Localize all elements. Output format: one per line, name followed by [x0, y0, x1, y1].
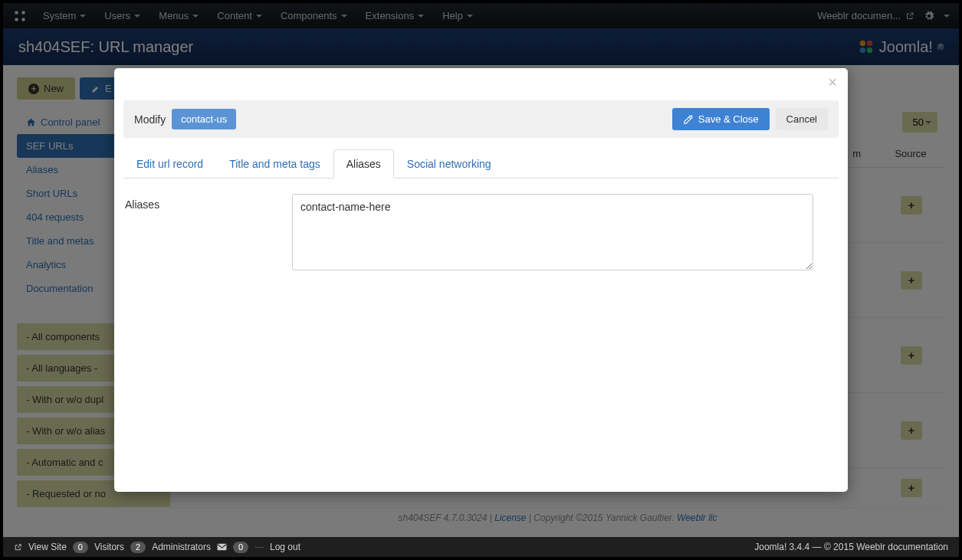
save-close-button[interactable]: Save & Close	[672, 108, 770, 130]
visitors-badge: 0	[73, 542, 88, 553]
modal-tabs: Edit url record Title and meta tags Alia…	[123, 149, 839, 178]
tab-aliases[interactable]: Aliases	[333, 149, 394, 178]
status-right: Joomla! 3.4.4 — © 2015 Weeblr documentat…	[754, 542, 948, 552]
tab-edit-url[interactable]: Edit url record	[123, 149, 216, 178]
cancel-button[interactable]: Cancel	[776, 108, 828, 130]
modal-toolbar: Modify contact-us Save & Close Cancel	[123, 100, 839, 138]
aliases-textarea[interactable]	[292, 194, 813, 270]
logout-link[interactable]: Log out	[270, 542, 300, 552]
status-bar: View Site 0 Visitors 2 Administrators 0 …	[3, 537, 959, 557]
tab-social[interactable]: Social networking	[394, 149, 504, 178]
admins-badge: 2	[130, 542, 146, 553]
modal-body: Aliases	[114, 178, 848, 286]
svg-rect-8	[217, 544, 226, 551]
visitors-label[interactable]: Visitors	[94, 542, 124, 552]
messages-badge: 0	[233, 542, 248, 553]
view-site-link[interactable]: View Site	[28, 542, 67, 552]
save-icon	[683, 114, 694, 125]
admins-label[interactable]: Administrators	[152, 542, 211, 552]
tab-title-meta[interactable]: Title and meta tags	[216, 149, 333, 178]
external-link-icon	[14, 543, 22, 552]
record-chip: contact-us	[172, 109, 236, 129]
close-icon[interactable]: ×	[828, 74, 837, 90]
mail-icon[interactable]	[217, 543, 227, 551]
modify-label: Modify	[134, 113, 166, 126]
aliases-label: Aliases	[123, 194, 269, 270]
separator: —	[254, 542, 264, 552]
edit-modal: × Modify contact-us Save & Close Cancel …	[114, 68, 848, 492]
app-frame: System Users Menus Content Components Ex…	[3, 3, 959, 557]
